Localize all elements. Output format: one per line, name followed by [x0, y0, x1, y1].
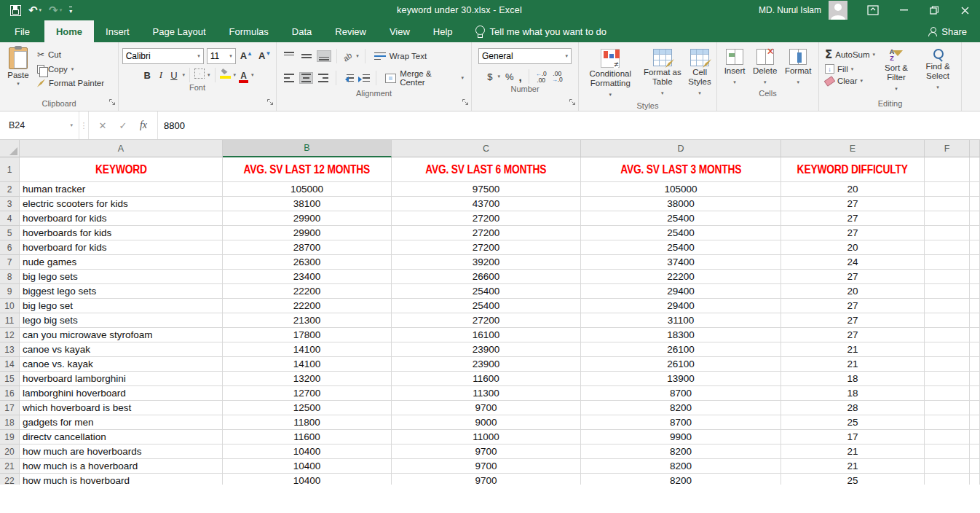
insert-cells-button[interactable]: Insert▾: [722, 47, 748, 88]
sort-filter-button[interactable]: AZ Sort & Filter▾: [877, 47, 916, 98]
align-left-button[interactable]: [282, 73, 296, 83]
cell-G16[interactable]: [970, 386, 980, 401]
cell-C2[interactable]: 97500: [392, 182, 581, 197]
column-header-E[interactable]: E: [781, 140, 925, 157]
cell-B10[interactable]: 22200: [223, 299, 392, 313]
cell-A16[interactable]: lamborghini hoverboard: [20, 386, 223, 401]
cell-B22[interactable]: 10400: [223, 474, 392, 485]
cancel-icon[interactable]: ✕: [93, 116, 112, 135]
cell-G1[interactable]: [970, 157, 980, 182]
cell-D2[interactable]: 105000: [581, 182, 781, 197]
tab-formulas[interactable]: Formulas: [218, 20, 280, 42]
cell-C1[interactable]: AVG. SV LAST 6 MONTHS: [392, 157, 581, 182]
column-header-partial[interactable]: [970, 140, 980, 157]
decrease-indent-button[interactable]: [342, 74, 354, 83]
cell-B16[interactable]: 12700: [223, 386, 392, 401]
row-number-16[interactable]: 16: [0, 386, 20, 401]
cell-F9[interactable]: [925, 284, 970, 299]
cell-C10[interactable]: 25400: [392, 299, 581, 313]
cell-A13[interactable]: canoe vs kayak: [20, 342, 223, 357]
cell-G9[interactable]: [970, 284, 980, 299]
cell-B15[interactable]: 13200: [223, 372, 392, 386]
cell-B8[interactable]: 23400: [223, 270, 392, 284]
cell-B18[interactable]: 11800: [223, 415, 392, 430]
decrease-decimal-button[interactable]: .00→.0: [552, 71, 563, 83]
redo-icon[interactable]: ↷▾: [49, 4, 62, 17]
select-all-corner[interactable]: [0, 140, 20, 157]
cell-D11[interactable]: 31100: [581, 313, 781, 328]
grow-font-button[interactable]: A▲: [239, 50, 254, 61]
undo-icon[interactable]: ↶▾: [28, 4, 42, 17]
percent-style-button[interactable]: %: [505, 71, 514, 82]
cell-F21[interactable]: [925, 459, 970, 474]
fill-button[interactable]: ↓Fill ▾: [825, 64, 875, 74]
cell-D17[interactable]: 8200: [581, 401, 781, 415]
row-number-7[interactable]: 7: [0, 255, 20, 270]
cell-F3[interactable]: [925, 197, 970, 211]
row-number-12[interactable]: 12: [0, 328, 20, 342]
column-header-D[interactable]: D: [581, 140, 781, 157]
cell-D9[interactable]: 29400: [581, 284, 781, 299]
cell-A12[interactable]: can you microwave styrofoam: [20, 328, 223, 342]
cell-D15[interactable]: 13900: [581, 372, 781, 386]
cell-C15[interactable]: 11600: [392, 372, 581, 386]
cell-A9[interactable]: biggest lego sets: [20, 284, 223, 299]
cell-styles-button[interactable]: Cell Styles▾: [684, 47, 715, 101]
cell-F2[interactable]: [925, 182, 970, 197]
cell-C17[interactable]: 9700: [392, 401, 581, 415]
cell-F7[interactable]: [925, 255, 970, 270]
tab-data[interactable]: Data: [280, 20, 323, 42]
save-icon[interactable]: [10, 5, 21, 16]
cell-C7[interactable]: 39200: [392, 255, 581, 270]
row-number-1[interactable]: 1: [0, 157, 20, 182]
borders-button[interactable]: [194, 68, 205, 82]
cell-A18[interactable]: gadgets for men: [20, 415, 223, 430]
cell-A2[interactable]: human tracker: [20, 182, 223, 197]
format-cells-button[interactable]: Format▾: [783, 47, 813, 88]
column-header-F[interactable]: F: [925, 140, 970, 157]
cell-A5[interactable]: hoverboards for kids: [20, 226, 223, 240]
name-box[interactable]: B24▾: [0, 111, 79, 139]
number-dialog-launcher-icon[interactable]: [569, 95, 576, 109]
cell-D19[interactable]: 9900: [581, 430, 781, 445]
cell-D21[interactable]: 8200: [581, 459, 781, 474]
underline-button[interactable]: U: [168, 70, 179, 81]
row-number-14[interactable]: 14: [0, 357, 20, 372]
cell-E3[interactable]: 27: [781, 197, 925, 211]
cell-D22[interactable]: 8200: [581, 474, 781, 485]
cell-E2[interactable]: 20: [781, 182, 925, 197]
bold-button[interactable]: B: [141, 70, 153, 81]
cell-D5[interactable]: 25400: [581, 226, 781, 240]
cell-F15[interactable]: [925, 372, 970, 386]
cell-D16[interactable]: 8700: [581, 386, 781, 401]
row-number-3[interactable]: 3: [0, 197, 20, 211]
format-painter-button[interactable]: Format Painter: [35, 78, 106, 88]
cell-E21[interactable]: 21: [781, 459, 925, 474]
cell-F17[interactable]: [925, 401, 970, 415]
fill-color-button[interactable]: [220, 68, 231, 82]
cell-B13[interactable]: 14100: [223, 342, 392, 357]
cell-F18[interactable]: [925, 415, 970, 430]
clear-button[interactable]: Clear ▾: [825, 77, 875, 85]
cell-G10[interactable]: [970, 299, 980, 313]
cell-G13[interactable]: [970, 342, 980, 357]
tab-insert[interactable]: Insert: [94, 20, 141, 42]
cell-E13[interactable]: 21: [781, 342, 925, 357]
cell-B14[interactable]: 14100: [223, 357, 392, 372]
cell-A19[interactable]: directv cancellation: [20, 430, 223, 445]
row-number-18[interactable]: 18: [0, 415, 20, 430]
row-number-13[interactable]: 13: [0, 342, 20, 357]
cell-E20[interactable]: 21: [781, 445, 925, 459]
cell-C8[interactable]: 26600: [392, 270, 581, 284]
cell-G4[interactable]: [970, 211, 980, 226]
cell-A1[interactable]: KEYWORD: [20, 157, 223, 182]
row-number-20[interactable]: 20: [0, 445, 20, 459]
row-number-15[interactable]: 15: [0, 372, 20, 386]
cell-G3[interactable]: [970, 197, 980, 211]
align-right-button[interactable]: [317, 73, 330, 83]
cell-C21[interactable]: 9700: [392, 459, 581, 474]
cell-E8[interactable]: 27: [781, 270, 925, 284]
ribbon-display-options-icon[interactable]: [858, 0, 888, 20]
number-format-combo[interactable]: General▾: [478, 48, 572, 64]
cell-C4[interactable]: 27200: [392, 211, 581, 226]
